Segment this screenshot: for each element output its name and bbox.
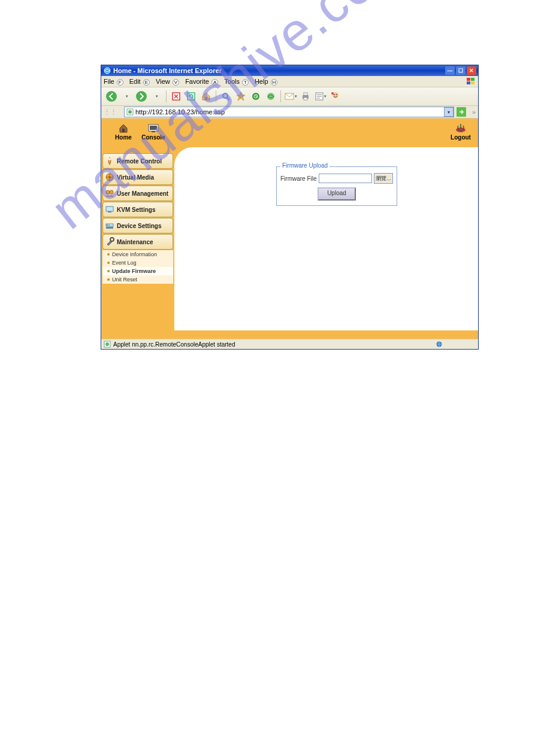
sidebar-item-label: KVM Settings [117, 207, 155, 213]
address-dropdown[interactable]: ▾ [444, 107, 454, 117]
sidebar-remote-control[interactable]: Remote Control [102, 153, 173, 169]
svg-point-34 [108, 158, 111, 160]
sidebar-item-label: Virtual Media [117, 174, 154, 181]
menubar: File F Edit E View V Favorite A Tools T … [101, 76, 478, 87]
maintenance-icon [104, 236, 115, 247]
svg-rect-9 [205, 97, 207, 100]
refresh-button[interactable] [185, 90, 198, 103]
go-button[interactable] [457, 107, 466, 117]
links-handle[interactable]: » [472, 108, 476, 116]
window-title: Home - Microsoft Internet Explorer [113, 67, 445, 74]
svg-rect-4 [471, 81, 474, 84]
svg-rect-17 [304, 93, 307, 95]
sub-device-information[interactable]: Device Information [102, 250, 173, 259]
svg-point-24 [334, 94, 335, 95]
sidebar-device-settings[interactable]: Device Settings [102, 218, 173, 233]
svg-rect-18 [304, 98, 307, 100]
mail-button[interactable] [284, 90, 297, 103]
topbar-console[interactable]: Console [138, 122, 168, 141]
firmware-file-input[interactable] [319, 174, 372, 183]
menu-view[interactable]: View V [156, 78, 179, 85]
svg-point-10 [223, 93, 228, 98]
svg-point-25 [336, 94, 337, 95]
forward-dropdown[interactable] [150, 90, 163, 103]
windows-flag-icon [466, 77, 476, 86]
svg-line-11 [227, 98, 229, 100]
svg-rect-32 [152, 131, 155, 132]
home-button[interactable] [200, 90, 213, 103]
internet-zone-icon [436, 341, 442, 347]
page-viewport: Home Console Logout Firmware Upload Firm… [101, 119, 478, 339]
virtual-media-icon [104, 172, 115, 183]
window-controls: — ☐ ✕ [445, 66, 476, 75]
remote-control-icon [104, 156, 115, 166]
device-settings-icon [104, 220, 115, 231]
sub-unit-reset[interactable]: Unit Reset [102, 275, 173, 284]
firmware-upload-box: Firmware Upload Firmware File 瀏覽... Uplo… [276, 166, 397, 206]
topbar-logout[interactable]: Logout [446, 122, 476, 141]
content-panel: Firmware Upload Firmware File 瀏覽... Uplo… [174, 147, 478, 330]
topbar-logout-label: Logout [446, 134, 476, 141]
sidebar-kvm-settings[interactable]: KVM Settings [102, 202, 173, 217]
status-bar: Applet nn.pp.rc.RemoteConsoleApplet star… [101, 339, 478, 349]
svg-rect-40 [108, 211, 111, 212]
sidebar-maintenance[interactable]: Maintenance [102, 234, 173, 250]
address-bar-bullets: ⋮⋮ [104, 108, 117, 116]
minimize-button[interactable]: — [445, 66, 455, 75]
toolbar-separator [166, 90, 167, 102]
back-button[interactable] [105, 90, 118, 103]
edit-button[interactable] [314, 90, 327, 103]
messenger-button[interactable] [329, 90, 342, 103]
svg-point-43 [107, 224, 108, 226]
sidebar-item-label: Maintenance [117, 239, 153, 245]
firmware-legend: Firmware Upload [280, 162, 330, 169]
svg-point-14 [267, 93, 274, 100]
print-button[interactable] [299, 90, 312, 103]
sidebar-sub-items: Device Information Event Log Update Firm… [102, 250, 173, 284]
search-button[interactable] [219, 90, 232, 103]
topbar-home[interactable]: Home [108, 122, 138, 141]
toolbar-separator [280, 90, 281, 102]
status-text: Applet nn.pp.rc.RemoteConsoleApplet star… [113, 341, 235, 348]
kvm-settings-icon [104, 204, 115, 215]
sub-event-log[interactable]: Event Log [102, 259, 173, 267]
menu-help[interactable]: Help H [255, 78, 277, 85]
address-input[interactable]: http://192.168.10.23/home.asp ▾ [124, 107, 454, 117]
media-button[interactable] [264, 90, 277, 103]
sub-update-firmware[interactable]: Update Firmware [102, 267, 173, 275]
app-topbar: Home Console Logout [101, 119, 478, 147]
sidebar: Remote Control Virtual Media User Manage… [102, 153, 173, 284]
menu-edit[interactable]: Edit E [129, 78, 150, 85]
sidebar-item-label: Device Settings [117, 223, 161, 229]
address-url: http://192.168.10.23/home.asp [135, 108, 225, 116]
stop-button[interactable] [170, 90, 183, 103]
menu-favorite[interactable]: Favorite A [185, 78, 218, 85]
forward-button[interactable] [135, 90, 148, 103]
titlebar: Home - Microsoft Internet Explorer — ☐ ✕ [101, 65, 478, 76]
browse-button[interactable]: 瀏覽... [374, 173, 393, 184]
toolbar-separator [216, 90, 216, 102]
svg-rect-1 [467, 78, 470, 81]
logout-icon [446, 122, 476, 134]
console-icon [138, 122, 168, 134]
favorites-button[interactable] [234, 90, 247, 103]
topbar-console-label: Console [138, 134, 168, 141]
close-button[interactable]: ✕ [467, 66, 476, 75]
svg-rect-42 [106, 227, 113, 229]
menu-file[interactable]: File F [104, 78, 123, 85]
svg-point-45 [110, 238, 114, 241]
home-icon [108, 122, 138, 134]
svg-rect-31 [150, 126, 157, 130]
history-button[interactable] [249, 90, 262, 103]
menu-tools[interactable]: Tools T [224, 78, 249, 85]
maximize-button[interactable]: ☐ [456, 66, 466, 75]
browser-window: Home - Microsoft Internet Explorer — ☐ ✕… [101, 65, 479, 350]
svg-point-28 [128, 110, 132, 114]
sidebar-item-label: User Management [117, 190, 168, 197]
svg-rect-29 [122, 129, 125, 132]
back-dropdown[interactable] [120, 90, 133, 103]
upload-button[interactable]: Upload [318, 187, 356, 201]
sidebar-virtual-media[interactable]: Virtual Media [102, 169, 173, 185]
sidebar-user-management[interactable]: User Management [102, 186, 173, 201]
topbar-home-label: Home [108, 134, 138, 141]
